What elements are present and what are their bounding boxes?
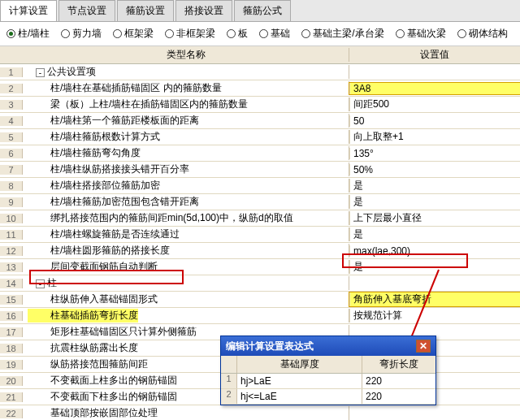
dialog-row[interactable]: 1 hj>LaE 220 (221, 374, 436, 389)
row-name: 绑扎搭接范围内的箍筋间距min(5d,100)中，纵筋d的取值 (23, 211, 349, 225)
row-name: 柱纵筋伸入基础锚固形式 (23, 292, 349, 306)
row-number: 2 (0, 84, 23, 93)
radio-icon (396, 29, 405, 38)
row-number: 11 (0, 230, 23, 240)
radio-nonframebeam[interactable]: 非框架梁 (165, 27, 215, 41)
cell-thickness[interactable]: hj<=LaE (237, 389, 362, 404)
tab-node[interactable]: 节点设置 (58, 0, 115, 21)
row-name: 柱/墙柱螺旋箍筋是否连续通过 (23, 227, 349, 241)
row-number: 20 (0, 376, 23, 386)
grid-header: 类型名称 设置值 (0, 46, 520, 64)
radio-column[interactable]: 柱/墙柱 (6, 27, 50, 41)
radio-foundation[interactable]: 基础 (259, 27, 290, 41)
row-number: 19 (0, 360, 23, 370)
row-value[interactable]: 间距500 (349, 97, 520, 111)
radio-masonry[interactable]: 砌体结构 (457, 27, 508, 41)
table-row[interactable]: 6柱/墙柱箍筋弯勾角度135° (0, 145, 520, 162)
row-value[interactable]: 135° (349, 148, 520, 159)
tree-toggle-icon[interactable]: - (36, 279, 45, 288)
tab-lap[interactable]: 搭接设置 (176, 0, 232, 21)
row-name: 柱/墙柱箍筋加密范围包含错开距离 (23, 195, 349, 209)
row-value[interactable]: max(lae,300) (349, 245, 520, 257)
radio-slab[interactable]: 板 (227, 27, 248, 41)
radio-icon (61, 29, 70, 38)
dialog-col-bend: 弯折长度 (362, 356, 436, 373)
cell-thickness[interactable]: hj>LaE (237, 374, 362, 388)
row-value[interactable]: 是 (349, 195, 520, 209)
cell-bend[interactable]: 220 (362, 374, 436, 388)
row-number: 4 (0, 116, 23, 126)
table-row[interactable]: 15柱纵筋伸入基础锚固形式角筋伸入基底弯折 (0, 292, 520, 308)
tab-stirrup[interactable]: 箍筋设置 (117, 0, 174, 21)
row-value[interactable]: 50% (349, 164, 520, 175)
table-row[interactable]: 16柱基础插筋弯折长度按规范计算 (0, 308, 520, 324)
radio-icon (165, 29, 174, 38)
header-val: 设置值 (349, 48, 520, 62)
row-number: 5 (0, 132, 23, 142)
row-number: 10 (0, 214, 23, 223)
table-row[interactable]: 22基础顶部按嵌固部位处理 (0, 405, 520, 420)
radio-icon (227, 29, 236, 38)
dialog-header-row: 基础厚度 弯折长度 (221, 356, 436, 374)
row-value[interactable]: 是 (349, 227, 520, 241)
row-value[interactable]: 上下层最小直径 (349, 211, 520, 225)
table-row[interactable]: 5柱/墙柱箍筋根数计算方式向上取整+1 (0, 129, 520, 145)
table-row[interactable]: 2柱/墙柱在基础插筋锚固区 内的箍筋数量3A8 (0, 80, 520, 97)
row-number: 8 (0, 181, 23, 191)
top-tabs: 计算设置 节点设置 箍筋设置 搭接设置 箍筋公式 (0, 0, 520, 22)
row-number: 17 (0, 327, 23, 337)
radio-framebeam[interactable]: 框架梁 (113, 27, 154, 41)
row-value[interactable]: 是 (349, 260, 520, 274)
category-radios: 柱/墙柱 剪力墙 框架梁 非框架梁 板 基础 基础主梁/承台梁 基础次梁 砌体结… (0, 22, 520, 46)
table-row[interactable]: 14- 柱 (0, 275, 520, 292)
row-name: 基础顶部按嵌固部位处理 (23, 406, 349, 420)
row-number: 21 (0, 392, 23, 402)
table-row[interactable]: 9柱/墙柱箍筋加密范围包含错开距离是 (0, 194, 520, 210)
header-name: 类型名称 (23, 48, 349, 62)
row-number: 12 (0, 246, 23, 256)
row-name: 柱/墙柱箍筋根数计算方式 (23, 130, 349, 144)
row-value[interactable]: 角筋伸入基底弯折 (349, 292, 520, 306)
dialog-row[interactable]: 2 hj<=LaE 220 (221, 389, 436, 405)
tab-formula[interactable]: 箍筋公式 (234, 0, 291, 21)
table-row[interactable]: 12柱/墙柱圆形箍筋的搭接长度max(lae,300) (0, 243, 520, 259)
row-name: 柱/墙柱纵筋搭接接头错开百分率 (23, 162, 349, 176)
row-number: 9 (0, 197, 23, 207)
cell-bend[interactable]: 220 (362, 389, 436, 404)
row-value[interactable]: 3A8 (349, 83, 520, 94)
row-number: 16 (0, 311, 23, 321)
table-row[interactable]: 4柱/墙柱第一个箍筋距楼板面的距离50 (0, 113, 520, 129)
table-row[interactable]: 10绑扎搭接范围内的箍筋间距min(5d,100)中，纵筋d的取值上下层最小直径 (0, 210, 520, 227)
row-name: 柱/墙柱在基础插筋锚固区 内的箍筋数量 (23, 81, 349, 95)
table-row[interactable]: 13层间变截面钢筋自动判断是 (0, 259, 520, 275)
row-name: 层间变截面钢筋自动判断 (23, 260, 349, 274)
radio-secbeam[interactable]: 基础次梁 (396, 27, 446, 41)
radio-icon (113, 29, 122, 38)
table-row[interactable]: 11柱/墙柱螺旋箍筋是否连续通过是 (0, 227, 520, 243)
row-number: 14 (0, 279, 23, 288)
row-value[interactable]: 50 (349, 115, 520, 127)
radio-icon (6, 29, 15, 38)
row-number: 15 (0, 295, 23, 305)
radio-shearwall[interactable]: 剪力墙 (61, 27, 102, 41)
table-row[interactable]: 8柱/墙柱搭接部位箍筋加密是 (0, 178, 520, 194)
table-row[interactable]: 1- 公共设置项 (0, 64, 520, 80)
row-name: - 公共设置项 (23, 65, 349, 79)
row-number: 13 (0, 262, 23, 272)
row-value[interactable]: 是 (349, 179, 520, 193)
dialog-titlebar[interactable]: 编辑计算设置表达式 ✕ (221, 336, 436, 356)
row-value[interactable]: 向上取整+1 (349, 130, 520, 144)
close-icon[interactable]: ✕ (416, 340, 431, 353)
table-row[interactable]: 7柱/墙柱纵筋搭接接头错开百分率50% (0, 162, 520, 178)
row-number: 3 (0, 100, 23, 110)
dialog-col-thickness: 基础厚度 (237, 356, 362, 373)
tree-toggle-icon[interactable]: - (36, 68, 45, 77)
radio-capbeam[interactable]: 基础主梁/承台梁 (301, 27, 384, 41)
table-row[interactable]: 3梁（板）上柱/墙柱在插筋锚固区内的箍筋数量间距500 (0, 97, 520, 113)
row-name: 柱/墙柱第一个箍筋距楼板面的距离 (23, 114, 349, 128)
row-value[interactable]: 按规范计算 (349, 309, 520, 323)
row-name: - 柱 (23, 276, 349, 290)
row-name: 柱基础插筋弯折长度 (23, 309, 349, 323)
dialog-title-text: 编辑计算设置表达式 (226, 340, 314, 353)
tab-calc[interactable]: 计算设置 (0, 0, 57, 21)
